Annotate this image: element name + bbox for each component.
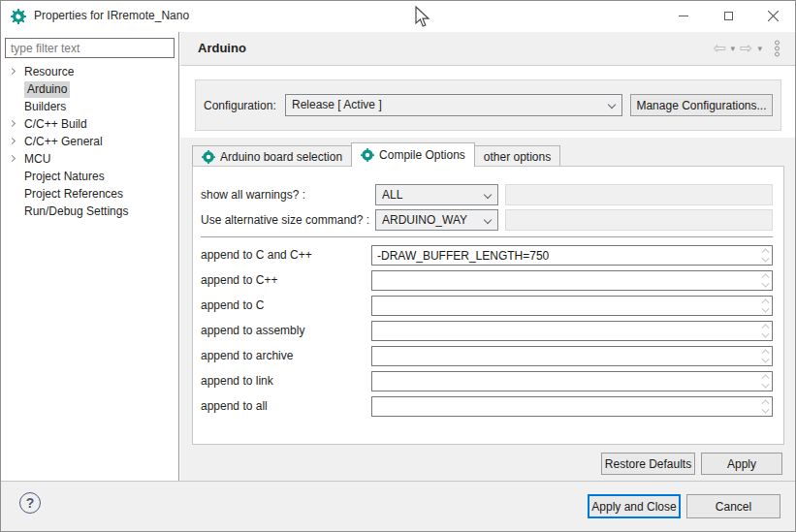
apply-button[interactable]: Apply bbox=[701, 453, 782, 475]
minimize-button[interactable] bbox=[661, 1, 706, 31]
append-c-field-wrap bbox=[371, 296, 773, 316]
append-c-cpp-field-wrap bbox=[371, 245, 773, 266]
tab-compile-options[interactable]: Compile Options bbox=[351, 142, 475, 167]
gear-icon bbox=[361, 148, 374, 162]
sidebar: Resource Arduino Builders C/C++ Build C/… bbox=[1, 32, 179, 483]
properties-tree: Resource Arduino Builders C/C++ Build C/… bbox=[1, 63, 178, 220]
tab-label: Compile Options bbox=[379, 148, 465, 162]
filter-input[interactable] bbox=[5, 38, 175, 58]
tree-item-label: Run/Debug Settings bbox=[24, 204, 128, 218]
header-nav: ⇦ ▾ ⇨ ▾ bbox=[713, 32, 781, 65]
cancel-button[interactable]: Cancel bbox=[686, 494, 780, 518]
append-all-input[interactable] bbox=[371, 396, 773, 417]
tree-item-resource[interactable]: Resource bbox=[1, 63, 178, 80]
tree-item-label: Project Natures bbox=[24, 170, 105, 183]
configuration-select[interactable]: Release [ Active ] bbox=[285, 94, 622, 116]
warnings-select[interactable]: ALL bbox=[375, 184, 498, 205]
back-menu-caret-icon[interactable]: ▾ bbox=[731, 45, 736, 53]
tab-folder: Arduino board selection Compile Options bbox=[180, 138, 795, 483]
append-link-label: append to link bbox=[201, 374, 273, 388]
back-arrow-icon[interactable]: ⇦ bbox=[713, 41, 725, 56]
tree-item-project-natures[interactable]: Project Natures bbox=[1, 168, 178, 185]
tree-item-builders[interactable]: Builders bbox=[1, 98, 178, 115]
window-title: Properties for IRremote_Nano bbox=[34, 1, 189, 31]
tab-label: Arduino board selection bbox=[220, 150, 342, 164]
tree-item-label: Builders bbox=[24, 100, 66, 113]
chevron-down-icon bbox=[484, 216, 492, 224]
close-button[interactable] bbox=[750, 1, 795, 31]
append-link-input[interactable] bbox=[371, 371, 773, 391]
expand-chevron-icon[interactable] bbox=[9, 68, 16, 75]
forward-arrow-icon[interactable]: ⇨ bbox=[740, 41, 752, 56]
append-assembly-label: append to assembly bbox=[201, 324, 304, 337]
titlebar: Properties for IRremote_Nano bbox=[1, 1, 795, 32]
close-icon bbox=[768, 11, 779, 21]
tab-bar: Arduino board selection Compile Options bbox=[192, 144, 559, 167]
append-c-cpp-label: append to C and C++ bbox=[201, 248, 312, 262]
configuration-value: Release [ Active ] bbox=[292, 98, 382, 111]
configuration-label: Configuration: bbox=[204, 99, 285, 112]
forward-menu-caret-icon[interactable]: ▾ bbox=[757, 45, 762, 53]
append-assembly-field-wrap bbox=[371, 321, 773, 341]
tab-label: other options bbox=[484, 150, 551, 164]
append-all-label: append to all bbox=[201, 399, 268, 413]
size-command-disabled-field bbox=[505, 209, 773, 231]
tree-item-arduino[interactable]: Arduino bbox=[1, 80, 178, 98]
append-c-input[interactable] bbox=[371, 296, 773, 316]
warnings-label: show all warnings? : bbox=[201, 188, 305, 202]
append-archive-input[interactable] bbox=[371, 346, 773, 366]
restore-defaults-button[interactable]: Restore Defaults bbox=[601, 453, 695, 475]
maximize-icon bbox=[724, 12, 733, 20]
chevron-down-icon bbox=[484, 191, 492, 199]
page-content: Configuration: Release [ Active ] Manage… bbox=[180, 67, 795, 483]
tree-item-label: MCU bbox=[24, 152, 50, 166]
properties-dialog: Properties for IRremote_Nano Resource Ar… bbox=[0, 0, 796, 532]
maximize-button[interactable] bbox=[706, 1, 750, 31]
page-title: Arduino bbox=[198, 32, 246, 65]
append-all-field-wrap bbox=[371, 396, 773, 417]
help-icon[interactable]: ? bbox=[19, 492, 41, 514]
tree-item-label-selected: Arduino bbox=[24, 81, 70, 98]
append-c-cpp-input[interactable] bbox=[371, 245, 773, 266]
tree-item-label: Project References bbox=[24, 187, 123, 201]
expand-chevron-icon[interactable] bbox=[9, 155, 16, 162]
gear-icon bbox=[202, 150, 215, 164]
page-header: Arduino ⇦ ▾ ⇨ ▾ bbox=[180, 32, 795, 66]
tree-item-label: C/C++ General bbox=[24, 135, 103, 148]
append-cpp-field-wrap bbox=[371, 270, 773, 291]
append-archive-field-wrap bbox=[371, 346, 773, 366]
tab-other-options[interactable]: other options bbox=[474, 145, 560, 167]
form-separator bbox=[201, 236, 773, 237]
apply-and-close-button[interactable]: Apply and Close bbox=[588, 494, 681, 518]
append-archive-label: append to archive bbox=[201, 349, 293, 362]
app-gear-icon bbox=[11, 9, 26, 24]
configuration-group: Configuration: Release [ Active ] Manage… bbox=[195, 79, 781, 131]
manage-configurations-button[interactable]: Manage Configurations... bbox=[630, 94, 773, 116]
append-c-label: append to C bbox=[201, 298, 264, 312]
tree-item-project-references[interactable]: Project References bbox=[1, 185, 178, 203]
size-command-select[interactable]: ARDUINO_WAY bbox=[375, 209, 498, 231]
tab-arduino-board-selection[interactable]: Arduino board selection bbox=[192, 145, 352, 167]
append-assembly-input[interactable] bbox=[371, 321, 773, 341]
expand-chevron-icon[interactable] bbox=[9, 120, 16, 127]
warnings-disabled-field bbox=[505, 184, 773, 205]
dialog-button-bar: ? Apply and Close Cancel bbox=[1, 481, 795, 531]
mouse-cursor bbox=[415, 6, 430, 29]
view-menu-icon[interactable] bbox=[773, 40, 781, 57]
main-panel: Arduino ⇦ ▾ ⇨ ▾ Configuration: Release [… bbox=[180, 32, 795, 483]
append-cpp-input[interactable] bbox=[371, 270, 773, 291]
compile-options-form: show all warnings? : ALL Use alternative… bbox=[192, 166, 784, 445]
chevron-down-icon bbox=[608, 101, 616, 109]
tree-item-cpp-general[interactable]: C/C++ General bbox=[1, 133, 178, 150]
tree-item-cpp-build[interactable]: C/C++ Build bbox=[1, 115, 178, 133]
minimize-icon bbox=[679, 16, 688, 16]
append-link-field-wrap bbox=[371, 371, 773, 391]
tree-item-label: Resource bbox=[24, 65, 74, 78]
tree-item-mcu[interactable]: MCU bbox=[1, 150, 178, 168]
expand-chevron-icon[interactable] bbox=[9, 138, 16, 144]
size-command-value: ARDUINO_WAY bbox=[382, 213, 467, 227]
tree-item-run-debug[interactable]: Run/Debug Settings bbox=[1, 203, 178, 220]
warnings-value: ALL bbox=[382, 188, 402, 202]
append-cpp-label: append to C++ bbox=[201, 273, 277, 287]
tree-item-label: C/C++ Build bbox=[24, 117, 87, 131]
